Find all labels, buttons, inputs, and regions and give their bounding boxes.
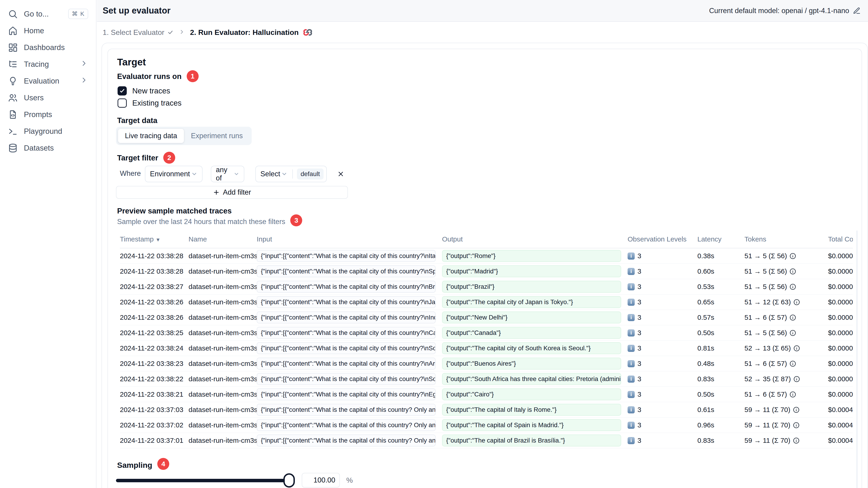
observation-level-icon: i [627,268,635,275]
sidebar-item-dashboards[interactable]: Dashboards [0,39,96,56]
column-header-tokens[interactable]: Tokens [744,235,828,243]
sidebar-item-users[interactable]: Users [0,89,96,106]
table-row[interactable]: 2024-11-22 03:38:27 dataset-run-item-cm3… [120,279,853,294]
sampling-slider-thumb[interactable] [283,473,295,488]
cell-input: {"input":[{"content":"What is the capita… [257,373,436,385]
filter-column-select[interactable]: Environment [145,166,203,182]
filter-operator-select[interactable]: any of [211,166,244,182]
cell-tokens: 51 → 6 (Σ 57) [744,314,787,321]
cell-timestamp: 2024-11-22 03:38:21 [120,390,188,398]
cell-latency: 0.61s [698,406,744,414]
filter-value-chip: default [297,168,323,180]
filter-row: Where Environment any of Select default [108,166,862,182]
cell-output: {"output":"The capital of Brazil is Bras… [442,434,621,447]
sidebar-item-tracing[interactable]: Tracing [0,56,96,72]
table-row[interactable]: 2024-11-22 03:38:23 dataset-run-item-cm3… [120,356,853,371]
column-header-input[interactable]: Input [257,235,442,243]
checkbox-new-traces[interactable]: New traces [118,86,170,96]
info-icon[interactable] [789,253,796,260]
checkbox-checked-icon [118,86,127,96]
default-model-label: Current default model: openai / gpt-4.1-… [709,7,849,15]
table-row[interactable]: 2024-11-22 03:38:22 dataset-run-item-cm3… [120,371,853,387]
column-header-latency[interactable]: Latency [698,235,744,243]
info-icon[interactable] [789,329,796,336]
cell-timestamp: 2024-11-22 03:37:02 [120,421,188,429]
cell-timestamp: 2024-11-22 03:38:25 [120,329,188,337]
info-icon[interactable] [789,391,796,398]
breadcrumb-step1[interactable]: 1. Select Evaluator [103,28,174,37]
info-icon[interactable] [789,314,796,321]
checkbox-existing-traces[interactable]: Existing traces [118,98,182,108]
breadcrumb-step1-label: 1. Select Evaluator [103,28,164,37]
info-icon[interactable] [793,345,800,352]
table-row[interactable]: 2024-11-22 03:38:26 dataset-run-item-cm3… [120,310,853,325]
info-icon[interactable] [789,268,796,275]
traces-table: Timestamp▼ Name Input Output Observation… [120,230,853,448]
cell-input: {"input":[{"content":"What is the capita… [257,342,436,354]
column-header-name[interactable]: Name [188,235,257,243]
table-row[interactable]: 2024-11-22 03:38:25 dataset-run-item-cm3… [120,325,853,340]
evaluation-icon [8,76,18,86]
chevron-right-icon [80,76,88,86]
breadcrumb-step2[interactable]: 2. Run Evaluator: Hallucination [190,28,313,37]
cell-name: dataset-run-item-cm3s4 [188,314,257,321]
playground-icon [8,126,18,136]
cell-cost: $0.000011 ( [828,390,853,398]
filter-value-select[interactable]: Select default [255,166,327,182]
cell-output: {"output":"Rome"} [442,250,621,262]
table-row[interactable]: 2024-11-22 03:38:21 dataset-run-item-cm3… [120,387,853,402]
cell-timestamp: 2024-11-22 03:38:24 [120,344,188,352]
table-row[interactable]: 2024-11-22 03:37:03 dataset-run-item-cm3… [120,402,853,418]
goto-search[interactable]: Go to... ⌘ K [0,5,96,22]
sidebar-item-home[interactable]: Home [0,22,96,39]
home-icon [8,26,18,36]
chevron-right-icon [80,59,88,69]
cell-cost: $0.000011 ( [828,283,853,291]
sampling-slider[interactable] [116,479,290,482]
info-icon[interactable] [793,437,800,444]
table-row[interactable]: 2024-11-22 03:38:24 dataset-run-item-cm3… [120,340,853,356]
target-heading: Target [117,57,146,68]
edit-pencil-icon[interactable] [853,7,861,15]
cell-cost: $0.000011 ( [828,329,853,337]
add-filter-button[interactable]: Add filter [116,186,348,199]
cell-input: {"input":[{"content":"What is the capita… [257,281,436,293]
column-header-output[interactable]: Output [442,235,627,243]
info-icon[interactable] [793,299,800,306]
info-icon[interactable] [789,360,796,367]
cell-tokens: 51 → 5 (Σ 56) [744,267,787,275]
cell-timestamp: 2024-11-22 03:38:26 [120,314,188,321]
cell-observation-count: 3 [638,283,641,291]
column-header-timestamp[interactable]: Timestamp▼ [120,235,188,243]
sidebar-item-prompts[interactable]: Prompts [0,106,96,123]
sampling-percent-input[interactable]: 100.00 [302,473,340,488]
table-row[interactable]: 2024-11-22 03:38:28 dataset-run-item-cm3… [120,248,853,264]
sidebar-item-label: Datasets [24,144,54,153]
info-icon[interactable] [793,422,800,429]
info-icon[interactable] [793,376,800,383]
cell-tokens: 59 → 11 (Σ 70) [744,436,790,445]
cell-cost: $0.000029 [828,375,853,383]
cell-name: dataset-run-item-cm3s4 [188,406,257,414]
info-icon[interactable] [789,283,796,290]
sidebar-item-evaluation[interactable]: Evaluation [0,72,96,89]
table-scrollbar[interactable] [857,230,858,488]
sidebar-item-datasets[interactable]: Datasets [0,139,96,156]
cell-latency: 0.38s [698,252,744,260]
remove-filter-button[interactable] [336,169,346,179]
table-row[interactable]: 2024-11-22 03:38:28 dataset-run-item-cm3… [120,264,853,279]
tab-experiment-runs[interactable]: Experiment runs [184,129,250,143]
column-header-observation-levels[interactable]: Observation Levels [627,235,698,243]
app-root: Go to... ⌘ K Home Dashboards Tracing Eva… [0,0,868,488]
column-header-total-cost[interactable]: Total Cost [828,235,853,243]
sidebar-item-playground[interactable]: Playground [0,123,96,139]
table-row[interactable]: 2024-11-22 03:37:01 dataset-run-item-cm3… [120,433,853,448]
cell-output: {"output":"Canada"} [442,327,621,339]
tab-live-tracing-data[interactable]: Live tracing data [118,129,184,143]
table-row[interactable]: 2024-11-22 03:37:02 dataset-run-item-cm3… [120,418,853,433]
info-icon[interactable] [793,406,800,413]
datasets-icon [8,143,18,153]
table-row[interactable]: 2024-11-22 03:38:26 dataset-run-item-cm3… [120,294,853,310]
cell-timestamp: 2024-11-22 03:37:01 [120,436,188,445]
cell-latency: 0.60s [698,267,744,275]
